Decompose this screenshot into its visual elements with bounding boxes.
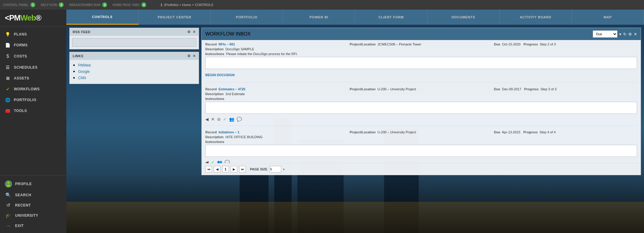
sidebar-item-profile[interactable]: PROFILE <box>0 178 66 190</box>
breadcrumbs-badge: 3 <box>102 2 107 7</box>
tab-portfolio[interactable]: PORTFOLIO <box>211 10 283 25</box>
page-last-btn[interactable]: ⏭ <box>239 166 246 172</box>
rss-close-icon[interactable]: ✕ <box>193 30 196 34</box>
exit-label: EXIT <box>15 224 24 228</box>
sidebar-item-search[interactable]: 🔍 SEARCH <box>0 190 66 200</box>
link-cnn[interactable]: CNN <box>78 76 86 80</box>
link-pmweb[interactable]: PMWeb <box>78 63 91 67</box>
comment-icon-r3[interactable]: 💬 <box>225 160 230 163</box>
record3-textarea[interactable] <box>205 145 637 157</box>
recent-icon: ↺ <box>5 203 12 208</box>
record2-textarea[interactable] <box>205 102 637 114</box>
record2-project-label: Project/Location <box>350 87 377 91</box>
search-label: SEARCH <box>15 193 31 197</box>
delegate-icon-r2[interactable]: 👥 <box>229 117 234 122</box>
svg-point-1 <box>6 185 11 187</box>
workflow-close-icon[interactable]: ✕ <box>634 32 637 36</box>
rss-feed-title: RSS FEED <box>73 30 90 34</box>
avatar <box>5 180 12 188</box>
record1-record-link[interactable]: RFIs – 001 <box>219 42 235 46</box>
delegate-icon-r3[interactable]: 👥 <box>217 160 222 163</box>
schedules-label: SCHEDULES <box>14 65 38 70</box>
back-icon-r2[interactable]: ◀ <box>205 117 209 122</box>
record3-project-label: Project/Location <box>350 130 377 134</box>
record2-actions: ◀ ✕ ⊘ ✓ 👥 💬 <box>205 117 637 122</box>
tab-project-center[interactable]: PROJECT CENTER <box>139 10 211 25</box>
record1-progress-value: Step 2 of 3 <box>540 42 556 46</box>
deny-icon-r2[interactable]: ⊘ <box>217 117 221 122</box>
control-panel-label: CONTROL PANEL <box>3 3 29 7</box>
tab-activity-board-label: ACTIVITY BOARD <box>520 15 551 19</box>
approve-icon-r3[interactable]: ✓ <box>211 160 215 163</box>
record3-desc-value: HITE OFFICE BUILDING <box>226 135 263 139</box>
back-icon-r3[interactable]: ◀ <box>205 160 209 163</box>
tab-map[interactable]: MAP <box>572 10 644 25</box>
record3-desc-label: Description <box>205 135 225 139</box>
tab-power-bi[interactable]: POWER BI <box>283 10 355 25</box>
record1-textarea[interactable] <box>205 57 637 69</box>
sidebar-item-workflows[interactable]: ✓ WORKFLOWS <box>0 84 66 95</box>
info-icon[interactable]: ℹ <box>161 2 162 7</box>
record3-actions: ◀ ✓ 👥 💬 <box>205 160 637 163</box>
homepage-tabs-label: HOME PAGE TABS <box>112 3 140 7</box>
costs-icon: $ <box>5 54 11 59</box>
sidebar-item-assets[interactable]: ⊞ ASSETS <box>0 73 66 84</box>
sidebar-item-tools[interactable]: 🧰 TOOLS <box>0 105 66 116</box>
sidebar-item-plans[interactable]: 💡 PLANS <box>0 29 66 40</box>
record1-desc-label: Description <box>205 47 225 51</box>
tab-documents[interactable]: DOCUMENTS <box>428 10 500 25</box>
profile-label: PROFILE <box>15 182 32 186</box>
record3-record-link[interactable]: Initiatives – 1 <box>219 130 239 134</box>
workflow-title: WORKFLOW INBOX <box>205 31 251 37</box>
record3-progress-label: Progress <box>523 130 539 134</box>
sidebar-item-forms[interactable]: 📄 FORMS <box>0 40 66 51</box>
begin-docusign-link[interactable]: BEGIN DOCUSIGN <box>205 73 235 77</box>
page-size-dropdown-icon[interactable]: ▾ <box>283 168 285 171</box>
university-icon: 🎓 <box>5 213 12 218</box>
record2-record-link[interactable]: Estimates – 4725 <box>219 87 245 91</box>
comment-icon-r2[interactable]: 💬 <box>237 117 242 122</box>
rss-settings-icon[interactable]: ⚙ <box>187 30 191 34</box>
workflow-dropdown-icon[interactable]: ▾ <box>619 32 621 36</box>
control-panel-badge: 1 <box>30 2 35 7</box>
links-settings-icon[interactable]: ⚙ <box>187 54 191 58</box>
sidebar-item-portfolio[interactable]: 🌐 PORTFOLIO <box>0 95 66 105</box>
rss-feed-panel: RSS FEED ⚙ ✕ <box>69 28 199 49</box>
exit-icon: → <box>5 223 12 228</box>
record2-due-value: Dec-09-2017 <box>502 87 521 91</box>
logo[interactable]: <PMWeb® <box>5 13 41 23</box>
page-prev-btn[interactable]: ◀ <box>214 166 220 172</box>
record1-record-label: Record <box>205 42 218 46</box>
record3-project-value: U-200 – University Project <box>377 130 416 134</box>
sidebar-item-schedules[interactable]: ☰ SCHEDULES <box>0 62 66 73</box>
page-size-input[interactable] <box>269 166 281 172</box>
sidebar-item-recent[interactable]: ↺ RECENT <box>0 200 66 210</box>
workflow-settings-icon[interactable]: ⚙ <box>628 32 632 36</box>
record2-progress-label: Progress <box>524 87 540 91</box>
record3-due-value: Apr-13-2015 <box>502 130 520 134</box>
rss-feed-input[interactable] <box>72 38 196 47</box>
workflow-refresh-icon[interactable]: ↻ <box>623 32 627 36</box>
link-google[interactable]: Google <box>78 70 90 74</box>
sidebar-item-university[interactable]: 🎓 UNIVERSITY <box>0 210 66 221</box>
links-close-icon[interactable]: ✕ <box>193 54 196 58</box>
tab-client-form[interactable]: CLIENT FORM <box>355 10 428 25</box>
page-next-btn[interactable]: ▶ <box>231 166 237 172</box>
forms-label: FORMS <box>14 43 28 47</box>
svg-point-0 <box>7 182 10 184</box>
recent-label: RECENT <box>15 203 31 207</box>
tools-icon: 🧰 <box>5 108 11 113</box>
tab-activity-board[interactable]: ACTIVITY BOARD <box>500 10 572 25</box>
approve-icon-r2[interactable]: ✓ <box>223 117 227 122</box>
sidebar-item-costs[interactable]: $ COSTS <box>0 51 66 62</box>
workflow-filter-select[interactable]: Due All Pending Complete <box>593 30 617 38</box>
tab-map-label: MAP <box>604 15 612 19</box>
tab-power-bi-label: POWER BI <box>310 15 328 19</box>
tab-controls[interactable]: CONTROLS <box>66 10 139 25</box>
forms-icon: 📄 <box>5 43 11 48</box>
close-icon-r2[interactable]: ✕ <box>211 117 215 122</box>
breadcrumb: (Portfolio) > Home > CONTROLS <box>164 3 213 7</box>
links-panel: LINKS ⚙ ✕ PMWeb Google CNN <box>69 52 199 84</box>
sidebar-item-exit[interactable]: → EXIT <box>0 221 66 231</box>
page-first-btn[interactable]: ⏮ <box>205 166 212 172</box>
